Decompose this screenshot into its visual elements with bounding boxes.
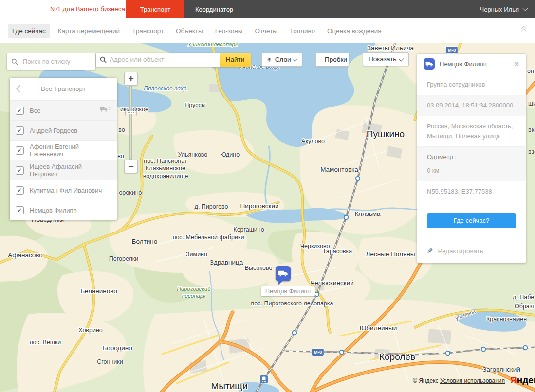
list-title: Все Транспорт [41,85,86,92]
list-search-input[interactable] [22,57,91,66]
nav-item-2[interactable]: Транспорт [128,24,168,38]
layers-icon [267,56,272,64]
map-canvas[interactable]: Учинский лесопаркЗаветы ИльичаУчинское в… [0,43,535,392]
info-row-heading: Одометр : [427,152,516,162]
address-input[interactable] [107,53,220,67]
user-menu[interactable]: Черных Илья [480,0,527,18]
nav-item-1[interactable]: Карта перемещений [54,24,125,38]
find-button[interactable]: Найти [220,53,251,67]
nav-item-5[interactable]: Отчеты [250,24,282,38]
nav-item-3[interactable]: Объекты [171,24,207,38]
layers-label: Слои [275,56,291,63]
vehicle-info-panel: Немцов Филипп ✕ Группа сотрудников03.09.… [417,54,526,263]
zoom-out-button[interactable]: − [124,160,138,173]
pencil-icon: ✎ [427,247,433,255]
list-item-label: Немцов Филипп [30,207,77,214]
list-item-2[interactable]: ✓Афонин Евгений Евгеньевич [10,140,117,160]
info-row-3: Одометр :0 км [417,147,526,181]
collapse-nav-icon[interactable] [520,27,527,35]
tab-transport[interactable]: Транспорт [126,0,184,18]
info-title: Немцов Филипп [440,60,509,68]
checkbox[interactable]: ✓ [16,146,24,155]
list-item-1[interactable]: ✓Андрей Гордеев [10,120,117,140]
chevron-down-icon [522,5,528,11]
vehicle-marker-label[interactable]: Немцов Филипп [261,286,315,296]
list-item-3[interactable]: ✓Ищеев Афанасий Петрович [10,160,117,180]
chevron-down-icon [399,56,404,61]
list-item-label: Андрей Гордеев [30,127,77,134]
yandex-logo[interactable]: Яндекс [510,375,535,386]
nav-item-6[interactable]: Топливо [285,24,319,38]
truck-icon [424,58,435,70]
list-item-5[interactable]: ✓Немцов Филипп [10,200,117,220]
brand-tagline: №1 для Вашего бизнеса [50,5,125,13]
list-item-label: Все [30,107,40,114]
zoom-slider-handle[interactable] [125,109,137,116]
user-name: Черных Илья [480,6,519,13]
nav-item-4[interactable]: Гео-зоны [211,24,247,38]
layers-button[interactable]: Слои [261,53,302,67]
checkbox[interactable]: ✓ [16,166,24,175]
address-search[interactable]: Найти [96,53,251,67]
show-button[interactable]: Показать [363,52,409,66]
info-row-0: Группа сотрудников [417,74,526,95]
edit-label: Редактировать [438,248,483,255]
traffic-label: Пробки [325,56,347,63]
section-nav: Где сейчасКарта перемещенийТранспортОбъе… [0,18,535,43]
close-icon[interactable]: ✕ [514,60,519,68]
vehicle-marker[interactable] [276,266,291,281]
copyright-text: © Яндекс [413,377,439,384]
zoom-slider-track[interactable] [129,86,132,160]
list-item-0[interactable]: ✓Все [10,100,117,120]
map-copyright: © Яндекс Условия использования [413,377,505,384]
transport-list-panel: Все Транспорт ✓Все✓Андрей Гордеев✓Афонин… [10,78,117,220]
edit-link[interactable]: ✎ Редактировать [417,240,526,263]
traffic-button[interactable]: Пробки [315,53,349,67]
list-search-box[interactable] [7,53,95,70]
show-label: Показать [369,55,396,63]
checkbox[interactable]: ✓ [16,186,24,195]
info-row-2: Россия, Московская область, Мытищи, Поле… [417,116,526,147]
truck-list-icon [100,107,111,113]
info-row-1: 03.09.2014, 18:51:34.2800000 [417,95,526,116]
nav-item-0[interactable]: Где сейчас [8,24,50,38]
checkbox[interactable]: ✓ [16,206,24,214]
list-header: Все Транспорт [10,78,117,100]
train-station-icon [260,375,268,383]
where-now-button[interactable]: Где сейчас? [427,213,516,228]
truck-icon [278,270,288,277]
info-row-4: N55.95183, E37.77538 [417,181,526,202]
checkbox[interactable]: ✓ [16,126,24,135]
search-icon [11,58,18,65]
nav-item-7[interactable]: Оценка вождения [323,24,386,38]
zoom-in-button[interactable]: + [124,72,138,86]
list-item-label: Ищеев Афанасий Петрович [30,163,111,178]
search-icon [96,53,107,67]
list-item-label: Афонин Евгений Евгеньевич [30,143,111,158]
checkbox[interactable]: ✓ [16,107,24,115]
list-item-4[interactable]: ✓Купитман Фил Иванович [10,180,117,200]
terms-link[interactable]: Условия использования [440,377,505,384]
list-item-label: Купитман Фил Иванович [30,187,102,194]
chevron-down-icon [293,57,297,61]
tab-coordinator[interactable]: Координатор [184,0,244,18]
info-header: Немцов Филипп ✕ [417,54,526,74]
back-chevron-icon[interactable] [16,85,24,93]
